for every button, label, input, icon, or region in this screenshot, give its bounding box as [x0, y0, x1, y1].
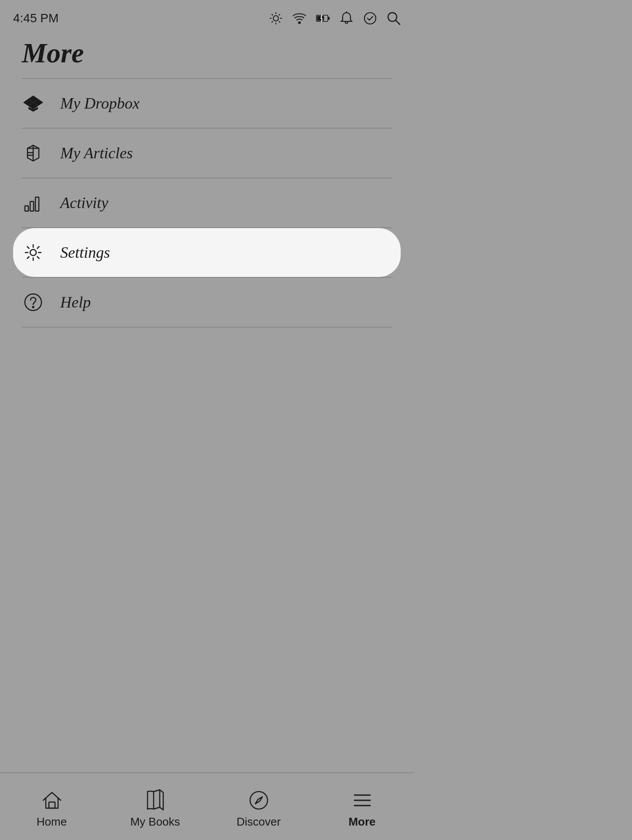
svg-point-0: [273, 16, 278, 21]
menu-item-settings[interactable]: Settings: [13, 228, 401, 277]
dropbox-icon: [22, 92, 45, 115]
page-title-section: More: [0, 33, 414, 78]
settings-label: Settings: [60, 243, 110, 262]
svg-point-28: [250, 792, 268, 809]
svg-rect-27: [49, 802, 55, 808]
svg-rect-22: [35, 197, 39, 211]
svg-line-19: [396, 20, 400, 24]
nav-label-mybooks: My Books: [130, 815, 180, 829]
menu-item-dropbox[interactable]: My Dropbox: [0, 79, 414, 128]
nav-item-discover[interactable]: Discover: [207, 785, 310, 829]
svg-rect-11: [328, 17, 330, 19]
help-label: Help: [60, 293, 91, 311]
mybooks-icon: [144, 789, 167, 812]
bottom-navigation: Home My Books Discover: [0, 772, 414, 840]
menu-item-activity[interactable]: Activity: [0, 178, 414, 227]
status-icons: [269, 11, 401, 25]
articles-label: My Articles: [60, 144, 133, 162]
svg-point-26: [33, 307, 34, 308]
activity-icon: [22, 191, 45, 214]
wifi-icon: [292, 11, 306, 25]
search-icon[interactable]: [387, 11, 401, 25]
home-icon: [41, 789, 63, 812]
more-icon: [351, 789, 374, 812]
svg-point-18: [388, 13, 397, 21]
svg-rect-20: [25, 206, 28, 211]
svg-line-5: [271, 14, 273, 15]
nav-item-mybooks[interactable]: My Books: [103, 785, 207, 829]
svg-point-24: [30, 249, 36, 256]
svg-line-6: [279, 21, 280, 22]
settings-icon: [22, 241, 45, 264]
svg-point-17: [364, 13, 376, 24]
nav-label-home: Home: [37, 815, 67, 829]
menu-list: My Dropbox My Articles Activity: [0, 79, 414, 328]
help-icon: [22, 291, 45, 314]
nav-item-more[interactable]: More: [310, 785, 414, 829]
brightness-icon: [269, 11, 283, 25]
activity-label: Activity: [60, 194, 108, 212]
menu-item-articles[interactable]: My Articles: [0, 129, 414, 178]
menu-item-help[interactable]: Help: [0, 278, 414, 327]
notification-icon: [340, 11, 354, 25]
sync-icon: [363, 11, 377, 25]
nav-label-discover: Discover: [237, 815, 281, 829]
page-title: More: [22, 37, 392, 69]
battery-icon: [316, 11, 330, 25]
articles-icon: [22, 142, 45, 164]
nav-item-home[interactable]: Home: [0, 785, 103, 829]
dropbox-label: My Dropbox: [60, 94, 140, 113]
svg-line-8: [271, 21, 273, 22]
time-display: 4:45 PM: [13, 11, 58, 25]
nav-label-more: More: [348, 815, 375, 829]
status-bar: 4:45 PM: [0, 0, 414, 33]
svg-point-9: [299, 22, 300, 24]
discover-icon: [247, 789, 270, 812]
divider-5: [22, 327, 392, 328]
svg-rect-21: [30, 201, 34, 211]
svg-line-7: [279, 14, 280, 15]
